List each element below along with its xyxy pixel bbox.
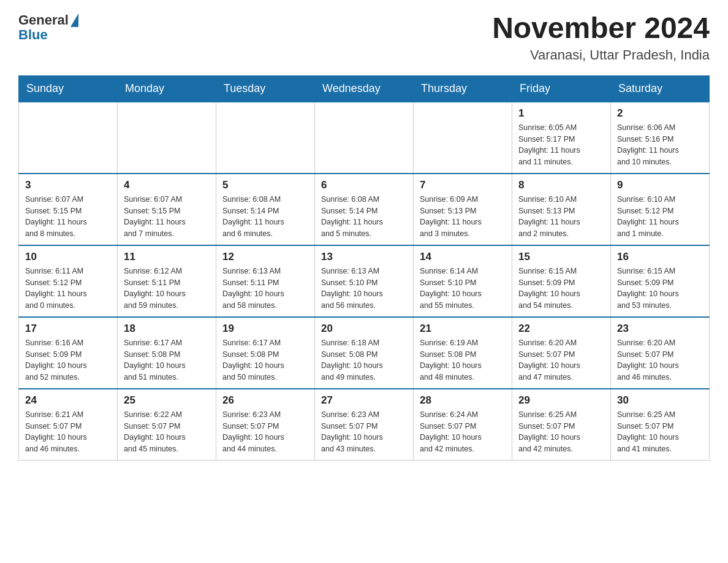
weekday-header-tuesday: Tuesday: [216, 75, 315, 102]
weekday-header-saturday: Saturday: [611, 75, 710, 102]
calendar-cell: 25Sunrise: 6:22 AM Sunset: 5:07 PM Dayli…: [118, 389, 216, 461]
day-number: 28: [420, 394, 506, 407]
calendar-cell: 6Sunrise: 6:08 AM Sunset: 5:14 PM Daylig…: [315, 174, 414, 245]
calendar-cell: 18Sunrise: 6:17 AM Sunset: 5:08 PM Dayli…: [118, 317, 216, 389]
day-info: Sunrise: 6:13 AM Sunset: 5:10 PM Dayligh…: [321, 266, 407, 312]
day-info: Sunrise: 6:10 AM Sunset: 5:12 PM Dayligh…: [617, 194, 703, 240]
day-number: 19: [222, 323, 308, 335]
day-info: Sunrise: 6:20 AM Sunset: 5:07 PM Dayligh…: [518, 337, 604, 383]
calendar-cell: 29Sunrise: 6:25 AM Sunset: 5:07 PM Dayli…: [512, 389, 611, 461]
day-number: 11: [124, 251, 210, 263]
calendar-cell: [315, 102, 414, 174]
day-info: Sunrise: 6:10 AM Sunset: 5:13 PM Dayligh…: [518, 194, 604, 240]
calendar-cell: [216, 102, 315, 174]
calendar-cell: 4Sunrise: 6:07 AM Sunset: 5:15 PM Daylig…: [118, 174, 216, 245]
logo: General Blue: [18, 12, 78, 43]
day-info: Sunrise: 6:21 AM Sunset: 5:07 PM Dayligh…: [25, 409, 111, 455]
day-info: Sunrise: 6:15 AM Sunset: 5:09 PM Dayligh…: [617, 266, 703, 312]
day-number: 20: [321, 323, 407, 335]
calendar-cell: 24Sunrise: 6:21 AM Sunset: 5:07 PM Dayli…: [19, 389, 118, 461]
calendar-week-row: 1Sunrise: 6:05 AM Sunset: 5:17 PM Daylig…: [19, 102, 710, 174]
calendar-cell: 12Sunrise: 6:13 AM Sunset: 5:11 PM Dayli…: [216, 245, 315, 317]
day-number: 17: [25, 323, 111, 335]
day-number: 10: [25, 251, 111, 263]
calendar-cell: 3Sunrise: 6:07 AM Sunset: 5:15 PM Daylig…: [19, 174, 118, 245]
day-info: Sunrise: 6:14 AM Sunset: 5:10 PM Dayligh…: [420, 266, 506, 312]
day-number: 6: [321, 179, 407, 191]
day-info: Sunrise: 6:18 AM Sunset: 5:08 PM Dayligh…: [321, 337, 407, 383]
day-number: 16: [617, 251, 703, 263]
day-info: Sunrise: 6:06 AM Sunset: 5:16 PM Dayligh…: [617, 122, 703, 168]
calendar-cell: [414, 102, 512, 174]
day-number: 13: [321, 251, 407, 263]
day-number: 24: [25, 394, 111, 407]
calendar-cell: 30Sunrise: 6:25 AM Sunset: 5:07 PM Dayli…: [611, 389, 710, 461]
day-number: 29: [518, 394, 604, 407]
day-info: Sunrise: 6:08 AM Sunset: 5:14 PM Dayligh…: [321, 194, 407, 240]
day-number: 30: [617, 394, 703, 407]
calendar-cell: 9Sunrise: 6:10 AM Sunset: 5:12 PM Daylig…: [611, 174, 710, 245]
day-info: Sunrise: 6:20 AM Sunset: 5:07 PM Dayligh…: [617, 337, 703, 383]
calendar-cell: 17Sunrise: 6:16 AM Sunset: 5:09 PM Dayli…: [19, 317, 118, 389]
weekday-header-monday: Monday: [118, 75, 216, 102]
calendar-title-block: November 2024 Varanasi, Uttar Pradesh, I…: [492, 12, 710, 63]
calendar-cell: 16Sunrise: 6:15 AM Sunset: 5:09 PM Dayli…: [611, 245, 710, 317]
calendar-week-row: 24Sunrise: 6:21 AM Sunset: 5:07 PM Dayli…: [19, 389, 710, 461]
day-info: Sunrise: 6:12 AM Sunset: 5:11 PM Dayligh…: [124, 266, 210, 312]
day-number: 4: [124, 179, 210, 191]
day-number: 22: [518, 323, 604, 335]
calendar-cell: 20Sunrise: 6:18 AM Sunset: 5:08 PM Dayli…: [315, 317, 414, 389]
day-number: 23: [617, 323, 703, 335]
day-number: 25: [124, 394, 210, 407]
day-number: 12: [222, 251, 308, 263]
day-number: 7: [420, 179, 506, 191]
day-info: Sunrise: 6:25 AM Sunset: 5:07 PM Dayligh…: [617, 409, 703, 455]
calendar-cell: 7Sunrise: 6:09 AM Sunset: 5:13 PM Daylig…: [414, 174, 512, 245]
day-number: 3: [25, 179, 111, 191]
day-info: Sunrise: 6:17 AM Sunset: 5:08 PM Dayligh…: [124, 337, 210, 383]
calendar-cell: 13Sunrise: 6:13 AM Sunset: 5:10 PM Dayli…: [315, 245, 414, 317]
calendar-cell: 26Sunrise: 6:23 AM Sunset: 5:07 PM Dayli…: [216, 389, 315, 461]
day-number: 9: [617, 179, 703, 191]
calendar-cell: 14Sunrise: 6:14 AM Sunset: 5:10 PM Dayli…: [414, 245, 512, 317]
weekday-header-wednesday: Wednesday: [315, 75, 414, 102]
day-number: 26: [222, 394, 308, 407]
day-info: Sunrise: 6:07 AM Sunset: 5:15 PM Dayligh…: [25, 194, 111, 240]
calendar-cell: 22Sunrise: 6:20 AM Sunset: 5:07 PM Dayli…: [512, 317, 611, 389]
calendar-cell: 19Sunrise: 6:17 AM Sunset: 5:08 PM Dayli…: [216, 317, 315, 389]
calendar-week-row: 3Sunrise: 6:07 AM Sunset: 5:15 PM Daylig…: [19, 174, 710, 245]
calendar-cell: 11Sunrise: 6:12 AM Sunset: 5:11 PM Dayli…: [118, 245, 216, 317]
logo-blue-text: Blue: [18, 27, 48, 43]
month-title: November 2024: [492, 12, 710, 45]
day-number: 21: [420, 323, 506, 335]
calendar-cell: 8Sunrise: 6:10 AM Sunset: 5:13 PM Daylig…: [512, 174, 611, 245]
location-subtitle: Varanasi, Uttar Pradesh, India: [492, 47, 710, 63]
weekday-header-row: SundayMondayTuesdayWednesdayThursdayFrid…: [19, 75, 710, 102]
calendar-cell: 2Sunrise: 6:06 AM Sunset: 5:16 PM Daylig…: [611, 102, 710, 174]
calendar-table: SundayMondayTuesdayWednesdayThursdayFrid…: [18, 75, 710, 461]
day-info: Sunrise: 6:17 AM Sunset: 5:08 PM Dayligh…: [222, 337, 308, 383]
calendar-cell: [19, 102, 118, 174]
calendar-cell: 1Sunrise: 6:05 AM Sunset: 5:17 PM Daylig…: [512, 102, 611, 174]
calendar-cell: 27Sunrise: 6:23 AM Sunset: 5:07 PM Dayli…: [315, 389, 414, 461]
weekday-header-sunday: Sunday: [19, 75, 118, 102]
calendar-cell: [118, 102, 216, 174]
weekday-header-friday: Friday: [512, 75, 611, 102]
day-info: Sunrise: 6:07 AM Sunset: 5:15 PM Dayligh…: [124, 194, 210, 240]
day-number: 27: [321, 394, 407, 407]
day-info: Sunrise: 6:23 AM Sunset: 5:07 PM Dayligh…: [222, 409, 308, 455]
weekday-header-thursday: Thursday: [414, 75, 512, 102]
day-info: Sunrise: 6:16 AM Sunset: 5:09 PM Dayligh…: [25, 337, 111, 383]
day-number: 1: [518, 107, 604, 120]
day-number: 8: [518, 179, 604, 191]
page-header: General Blue November 2024 Varanasi, Utt…: [18, 12, 710, 63]
day-info: Sunrise: 6:22 AM Sunset: 5:07 PM Dayligh…: [124, 409, 210, 455]
calendar-cell: 15Sunrise: 6:15 AM Sunset: 5:09 PM Dayli…: [512, 245, 611, 317]
day-number: 15: [518, 251, 604, 263]
calendar-cell: 5Sunrise: 6:08 AM Sunset: 5:14 PM Daylig…: [216, 174, 315, 245]
day-number: 18: [124, 323, 210, 335]
day-info: Sunrise: 6:11 AM Sunset: 5:12 PM Dayligh…: [25, 266, 111, 312]
calendar-cell: 28Sunrise: 6:24 AM Sunset: 5:07 PM Dayli…: [414, 389, 512, 461]
day-number: 2: [617, 107, 703, 120]
logo-general-text: General: [18, 12, 69, 28]
